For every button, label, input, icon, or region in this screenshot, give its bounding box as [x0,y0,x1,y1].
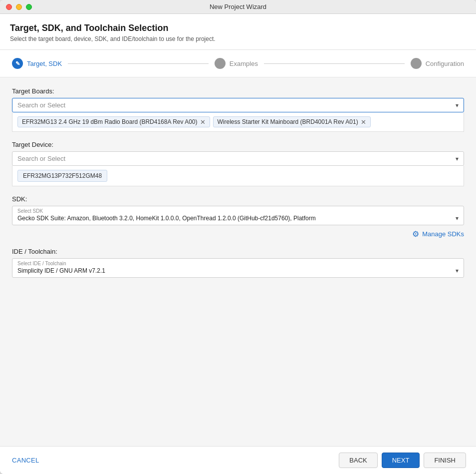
step-target-sdk: ✎ Target, SDK [12,58,62,69]
sdk-section: SDK: Select SDK Gecko SDK Suite: Amazon,… [12,195,464,239]
sdk-value: Gecko SDK Suite: Amazon, Bluetooth 3.2.0… [17,215,316,222]
target-boards-section: Target Boards: Search or Select ▾ EFR32M… [12,87,464,132]
target-device-value: EFR32MG13P732F512GM48 [17,170,107,182]
tag-board-1-text: EFR32MG13 2.4 GHz 19 dBm Radio Board (BR… [22,118,198,125]
chevron-down-icon: ▾ [456,102,459,109]
footer-right: BACK NEXT FINISH [339,453,466,468]
chevron-down-icon-3: ▾ [456,215,459,222]
tag-board-1-remove[interactable]: ✕ [200,119,206,125]
target-device-label: Target Device: [12,141,464,148]
cancel-button[interactable]: CANCEL [10,454,41,467]
target-boards-placeholder: Search or Select [17,101,65,109]
step3-circle [411,58,422,69]
ide-value-row: Simplicity IDE / GNU ARM v7.2.1 ▾ [12,266,464,277]
back-button[interactable]: BACK [339,453,377,468]
sdk-label: SDK: [12,195,464,203]
manage-sdks-label: Manage SDKs [422,230,464,238]
tag-board-2-text: Wireless Starter Kit Mainboard (BRD4001A… [218,118,358,125]
step3-label: Configuration [426,60,464,67]
gear-icon: ⚙ [412,229,419,239]
step2-label: Examples [230,60,258,67]
step2-circle [215,58,226,69]
finish-button[interactable]: FINISH [424,453,466,468]
ide-label: IDE / Toolchain: [12,248,464,255]
ide-select-container[interactable]: Select IDE / Toolchain Simplicity IDE / … [12,258,464,278]
page-title: Target, SDK, and Toolchain Selection [10,23,466,33]
window-title: New Project Wizard [6,3,470,10]
step1-label: Target, SDK [27,60,62,67]
titlebar: New Project Wizard [0,0,476,14]
step-connector-1 [68,63,209,64]
target-boards-label: Target Boards: [12,87,464,95]
step-configuration: Configuration [411,58,464,69]
tag-board-2-remove[interactable]: ✕ [361,119,366,125]
target-boards-tags: EFR32MG13 2.4 GHz 19 dBm Radio Board (BR… [12,112,464,132]
header-section: Target, SDK, and Toolchain Selection Sel… [0,14,476,50]
chevron-down-icon-2: ▾ [456,155,459,162]
sdk-select-label: Select SDK [12,206,464,214]
target-device-section: Target Device: Search or Select ▾ EFR32M… [12,141,464,186]
pencil-icon: ✎ [15,60,20,67]
ide-section: IDE / Toolchain: Select IDE / Toolchain … [12,248,464,278]
next-button[interactable]: NEXT [382,453,420,468]
target-boards-dropdown[interactable]: Search or Select ▾ [12,98,464,112]
target-device-placeholder: Search or Select [17,155,65,162]
page-subtitle: Select the target board, device, SDK, an… [10,35,466,42]
sdk-select-container[interactable]: Select SDK Gecko SDK Suite: Amazon, Blue… [12,206,464,225]
sdk-value-row: Gecko SDK Suite: Amazon, Bluetooth 3.2.0… [12,214,464,225]
ide-value: Simplicity IDE / GNU ARM v7.2.1 [17,267,105,274]
target-device-value-container: EFR32MG13P732F512GM48 [12,166,464,186]
step1-circle: ✎ [12,58,23,69]
ide-select-label: Select IDE / Toolchain [12,259,464,266]
step-connector-2 [264,63,405,64]
target-device-dropdown[interactable]: Search or Select ▾ [12,151,464,166]
footer: CANCEL BACK NEXT FINISH [0,446,476,474]
form-area: Target Boards: Search or Select ▾ EFR32M… [0,77,476,446]
tag-board-1: EFR32MG13 2.4 GHz 19 dBm Radio Board (BR… [17,116,210,127]
window: New Project Wizard Target, SDK, and Tool… [0,0,476,474]
main-content-area: Target, SDK, and Toolchain Selection Sel… [0,14,476,474]
footer-left: CANCEL [10,454,339,467]
chevron-down-icon-4: ▾ [456,267,459,274]
wizard-steps: ✎ Target, SDK Examples Configuration [0,50,476,77]
manage-sdks-button[interactable]: ⚙ Manage SDKs [12,229,464,239]
step-examples: Examples [215,58,258,69]
tag-board-2: Wireless Starter Kit Mainboard (BRD4001A… [213,116,371,127]
